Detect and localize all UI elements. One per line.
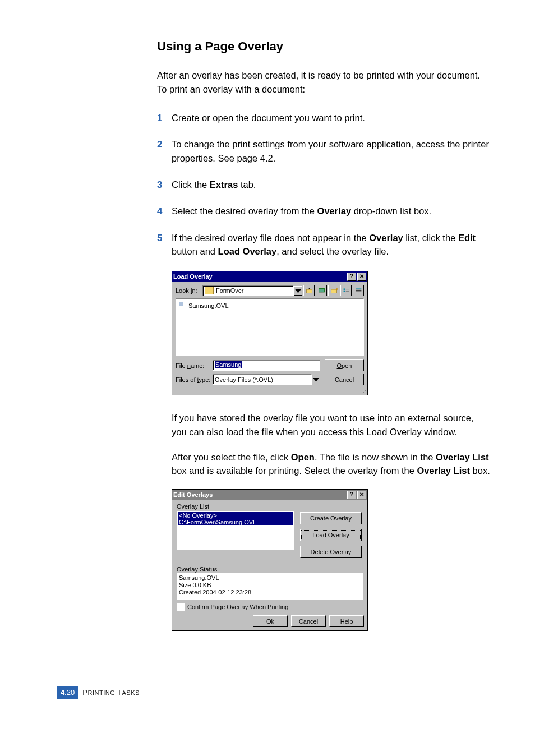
svg-text:✦: ✦	[335, 287, 337, 291]
step2-body: To change the print settings from your s…	[172, 137, 490, 165]
status-line1: Samsung.OVL	[179, 574, 361, 582]
mp2-b3: Overlay List	[417, 465, 469, 476]
load-overlay-button[interactable]: Load Overlay	[300, 529, 362, 541]
details-view-icon[interactable]	[353, 285, 364, 296]
overlay-status-box: Samsung.OVL Size 0.0 KB Created 2004-02-…	[177, 573, 363, 600]
help-icon[interactable]: ?	[347, 491, 356, 499]
mp2-b2: Overlay List	[436, 452, 488, 462]
cancel-button[interactable]: Cancel	[325, 374, 364, 385]
mp2-d: box.	[470, 465, 490, 476]
edit-dialog-title: Edit Overlays	[173, 491, 213, 498]
mp2-c: box and is available for printing. Selec…	[172, 465, 417, 476]
overlay-listbox[interactable]: <No Overlay> C:\FormOver\Samsung.OVL	[177, 511, 294, 550]
overlay-status-label: Overlay Status	[177, 566, 363, 573]
svg-rect-11	[356, 288, 361, 289]
mid-para-1: If you have stored the overlay file you …	[172, 411, 490, 439]
step5-b: list, click the	[403, 233, 458, 243]
filename-value: Samsung	[215, 361, 242, 368]
step3-bold: Extras	[210, 179, 238, 190]
desktop-icon[interactable]	[316, 285, 327, 296]
step5-bold2: Edit	[458, 233, 476, 243]
intro-text: After an overlay has been created, it is…	[157, 68, 490, 96]
svg-rect-7	[343, 288, 345, 289]
resize-grip-icon[interactable]: ⋰	[172, 391, 367, 395]
lookin-value: FormOver	[216, 287, 244, 294]
step5-bold3: Load Overlay	[218, 246, 277, 256]
close-icon[interactable]: ✕	[357, 273, 366, 281]
list-item[interactable]: <No Overlay>	[178, 512, 293, 519]
svg-marker-2	[308, 288, 311, 289]
open-button[interactable]: Open	[325, 359, 364, 371]
step1-body: Create or open the document you want to …	[172, 111, 490, 125]
chapter-num: 4.	[61, 688, 67, 697]
filetype-combo[interactable]: Overlay Files (*.OVL)	[213, 374, 312, 385]
step3-b: tab.	[238, 179, 256, 190]
folder-icon	[205, 287, 214, 294]
svg-rect-13	[356, 291, 361, 291]
lookin-combo[interactable]: FormOver	[202, 285, 294, 296]
footer-section-title: PRINTING TASKS	[82, 688, 140, 697]
page-heading: Using a Page Overlay	[157, 39, 490, 54]
mp2-b: . The file is now shown in the	[315, 452, 436, 462]
svg-rect-10	[345, 291, 349, 291]
filename-label: File name:	[176, 362, 213, 369]
filetype-drop-icon[interactable]	[312, 375, 320, 384]
step3-body: Click the Extras tab.	[172, 178, 490, 192]
file-item[interactable]: Samsung.OVL	[178, 301, 362, 310]
edit-overlays-dialog: Edit Overlays ? ✕ Overlay List <No Overl…	[172, 489, 368, 631]
file-item-label: Samsung.OVL	[188, 302, 229, 309]
step-number-1: 1	[157, 111, 172, 126]
svg-rect-4	[320, 292, 322, 293]
confirm-label: Confirm Page Overlay When Printing	[187, 603, 288, 610]
load-overlay-dialog: Load Overlay ? ✕ Look in: FormOver	[172, 271, 368, 395]
close-icon[interactable]: ✕	[357, 491, 366, 499]
overlay-list-label: Overlay List	[177, 503, 363, 510]
svg-rect-3	[319, 288, 324, 292]
delete-overlay-button[interactable]: Delete Overlay	[300, 546, 362, 558]
step-number-5: 5	[157, 231, 172, 246]
status-line2: Size 0.0 KB	[179, 582, 361, 589]
step5-a: If the desired overlay file does not app…	[172, 233, 369, 243]
new-folder-icon[interactable]: ✦	[328, 285, 339, 296]
help-button[interactable]: Help	[329, 615, 364, 627]
ok-button[interactable]: Ok	[253, 615, 288, 627]
step4-body: Select the desired overlay from the Over…	[172, 204, 490, 218]
filetype-value: Overlay Files (*.OVL)	[215, 376, 273, 383]
lookin-label: Look in:	[176, 287, 202, 294]
svg-rect-9	[345, 289, 349, 289]
mp2-a: After you select the file, click	[172, 452, 291, 462]
document-icon	[178, 301, 186, 310]
file-list[interactable]: Samsung.OVL	[176, 298, 364, 356]
svg-rect-14	[356, 292, 361, 292]
lookin-drop-icon[interactable]	[294, 286, 302, 296]
step-number-2: 2	[157, 137, 172, 152]
list-view-icon[interactable]	[340, 285, 352, 296]
svg-marker-0	[295, 289, 301, 293]
status-line3: Created 2004-02-12 23:28	[179, 589, 361, 596]
create-overlay-button[interactable]: Create Overlay	[300, 512, 362, 524]
load-dialog-title: Load Overlay	[173, 273, 213, 280]
svg-rect-12	[356, 289, 361, 290]
confirm-checkbox[interactable]	[177, 603, 185, 611]
list-item[interactable]: C:\FormOver\Samsung.OVL	[178, 519, 293, 525]
step4-bold: Overlay	[317, 206, 352, 216]
cancel-button[interactable]: Cancel	[291, 615, 326, 627]
page-number-box: 4.20	[57, 686, 78, 699]
svg-marker-15	[313, 378, 319, 382]
step-number-4: 4	[157, 204, 172, 219]
filetype-label: Files of type:	[176, 376, 213, 383]
step5-body: If the desired overlay file does not app…	[172, 231, 490, 259]
filename-input[interactable]: Samsung	[213, 360, 320, 371]
help-icon[interactable]: ?	[347, 273, 356, 281]
mid-para-2: After you select the file, click Open. T…	[172, 450, 490, 478]
mp2-b1: Open	[291, 452, 315, 462]
svg-rect-8	[343, 290, 345, 291]
svg-rect-1	[306, 289, 312, 293]
up-folder-icon[interactable]	[303, 285, 315, 296]
step5-c: button and	[172, 246, 218, 256]
step5-bold1: Overlay	[369, 233, 403, 243]
page-num: 20	[67, 688, 75, 697]
step5-d: , and select the overlay file.	[276, 246, 389, 256]
step-number-3: 3	[157, 178, 172, 192]
step3-a: Click the	[172, 179, 210, 190]
